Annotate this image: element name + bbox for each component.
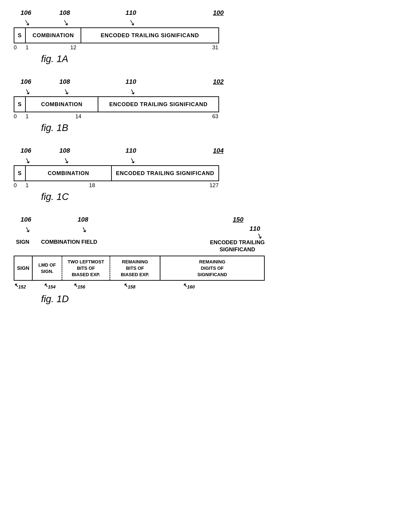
arrow-108-1b: ↙ xyxy=(62,86,71,97)
ref-100: 100 xyxy=(213,9,224,16)
bit-14-1b: 14 xyxy=(75,113,81,120)
arrow-110-1a: ↙ xyxy=(128,18,137,28)
diagram-1b: S COMBINATION ENCODED TRAILING SIGNIFICA… xyxy=(14,96,219,112)
arrow-106-1d: ↙ xyxy=(23,224,32,235)
bit-0-1c: 0 xyxy=(14,182,17,189)
bit-18-1c: 18 xyxy=(89,182,95,189)
bit-127-1c: 127 xyxy=(210,182,219,189)
arrow-108-1d: ↙ xyxy=(80,224,88,235)
figure-1a: 106 108 110 100 ↙ ↙ ↙ S COMBINATION ENCO… xyxy=(14,9,397,64)
bit-63-1b: 63 xyxy=(212,113,218,120)
bit-1-1c: 1 xyxy=(26,182,29,189)
diagram-1c: S COMBINATION ENCODED TRAILING SIGNIFICA… xyxy=(14,165,219,181)
arrow-108-1c: ↙ xyxy=(62,155,71,166)
ref-110-1b: 110 xyxy=(125,78,136,85)
figure-1d: 106 108 150 ↙ ↙ 110 ↙ SIGN COMBINATION F… xyxy=(14,216,397,304)
cell-combination-1a: COMBINATION xyxy=(26,28,81,43)
arrow-108-1a: ↙ xyxy=(62,18,71,28)
caption-1c: fig. 1C xyxy=(41,191,397,202)
caption-1b: fig. 1B xyxy=(41,122,397,133)
ref-110-1a: 110 xyxy=(125,9,136,16)
ref-108-1c: 108 xyxy=(59,147,70,154)
ref-104: 104 xyxy=(213,147,224,154)
cell-encoded-1a: ENCODED TRAILING SIGNIFICAND xyxy=(81,28,218,43)
cell-s-1a: S xyxy=(14,28,26,43)
cell-encoded-1b: ENCODED TRAILING SIGNIFICAND xyxy=(98,97,218,112)
figure-1b: 106 108 110 102 ↙ ↙ ↙ S COMBINATION ENCO… xyxy=(14,78,397,133)
ref-108-1b: 108 xyxy=(59,78,70,85)
sub-label-158: ↖158 xyxy=(123,282,135,290)
ref-110-1c: 110 xyxy=(125,147,136,154)
figure-1c: 106 108 110 104 ↙ ↙ ↙ S COMBINATION ENCO… xyxy=(14,147,397,202)
sub-label-156: ↖156 xyxy=(73,282,85,290)
cell-lmd-1d: LMD OFSIGN. xyxy=(33,256,62,280)
ref-102: 102 xyxy=(213,78,224,85)
arrow-106-1c: ↙ xyxy=(23,155,32,166)
cell-combination-1c: COMBINATION xyxy=(26,166,112,180)
bit-1-1b: 1 xyxy=(26,113,29,120)
label-encoded-1d: ENCODED TRAILINGSIGNIFICAND xyxy=(210,239,265,253)
caption-1d: fig. 1D xyxy=(41,294,397,304)
bit-1-1a: 1 xyxy=(26,44,29,51)
label-combination-1d: COMBINATION FIELD xyxy=(41,239,97,245)
ref-106-1a: 106 xyxy=(20,9,31,16)
diagram-1d: SIGN LMD OFSIGN. TWO LEFTMOSTBITS OFBIAS… xyxy=(14,256,265,281)
bit-0-1a: 0 xyxy=(14,44,17,51)
cell-s-1c: S xyxy=(14,166,26,180)
arrow-106-1a: ↙ xyxy=(23,18,32,28)
ref-150: 150 xyxy=(233,216,243,223)
sub-label-152: ↖152 xyxy=(14,282,26,290)
cell-sign-1d: SIGN xyxy=(14,256,33,280)
caption-1a: fig. 1A xyxy=(41,53,397,64)
label-sign-1d: SIGN xyxy=(16,239,29,245)
cell-combination-1b: COMBINATION xyxy=(26,97,98,112)
bit-12-1a: 12 xyxy=(70,44,76,51)
cell-two-left-1d: TWO LEFTMOSTBITS OFBIASED EXP. xyxy=(62,256,110,280)
ref-108-1d: 108 xyxy=(77,216,88,223)
ref-108-1a: 108 xyxy=(59,9,70,16)
ref-106-1d: 106 xyxy=(20,216,31,223)
arrow-110-1c: ↙ xyxy=(128,155,137,166)
bit-31-1a: 31 xyxy=(212,44,218,51)
diagram-1a: S COMBINATION ENCODED TRAILING SIGNIFICA… xyxy=(14,27,219,43)
cell-s-1b: S xyxy=(14,97,26,112)
bit-0-1b: 0 xyxy=(14,113,17,120)
cell-remaining-dig-1d: REMAININGDIGITS OFSIGNIFICAND xyxy=(161,256,264,280)
arrow-106-1b: ↙ xyxy=(23,86,32,97)
ref-106-1b: 106 xyxy=(20,78,31,85)
sub-label-154: ↖154 xyxy=(43,282,56,290)
ref-106-1c: 106 xyxy=(20,147,31,154)
cell-encoded-1c: ENCODED TRAILING SIGNIFICAND xyxy=(112,166,218,180)
sub-label-160: ↖160 xyxy=(182,282,195,290)
cell-remaining-exp-1d: REMAININGBITS OFBIASED EXP. xyxy=(110,256,161,280)
arrow-110-1b: ↙ xyxy=(128,86,137,97)
